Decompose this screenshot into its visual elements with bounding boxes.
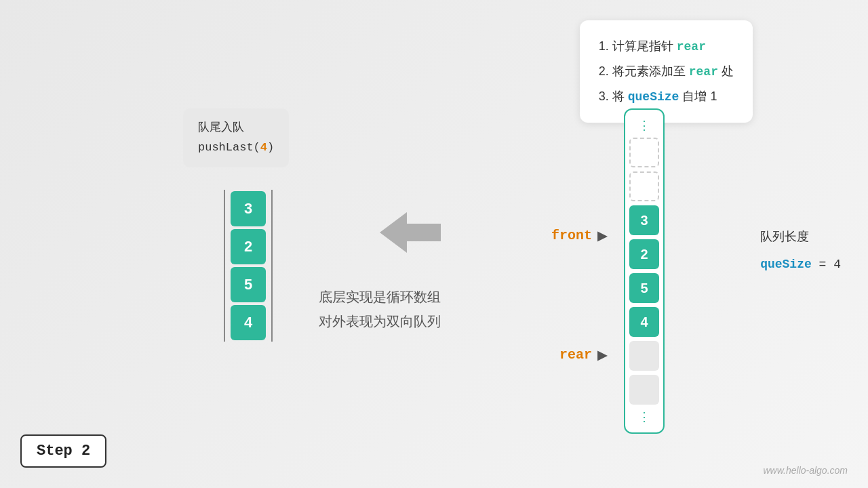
middle-line1: 底层实现是循环数组	[319, 285, 441, 309]
queue-info: 队列长度 queSize = 4	[760, 224, 841, 278]
svg-marker-0	[380, 212, 441, 253]
push-label-line1: 队尾入队	[198, 118, 274, 138]
push-label-box: 队尾入队 pushLast(4)	[183, 108, 289, 167]
array-cell-3: 3	[629, 205, 659, 235]
left-list: 3 2 5 4	[224, 190, 273, 342]
queue-label: 队列长度	[760, 224, 841, 251]
info-line-3: 3. 将 queSize 自增 1	[599, 84, 734, 109]
left-arrow-icon	[380, 209, 441, 256]
array-cell-2: 2	[629, 239, 659, 269]
info-line2-suffix: 处	[718, 64, 734, 78]
push-label-num: 4	[260, 141, 267, 154]
front-label: front ▶	[551, 228, 607, 243]
array-cell-empty-1	[629, 138, 659, 167]
quesize-eq: =	[812, 258, 833, 271]
info-box: 1. 计算尾指针 rear 2. 将元素添加至 rear 处 3. 将 queS…	[580, 20, 753, 123]
front-text: front	[551, 228, 592, 243]
info-line3-prefix: 3. 将	[599, 89, 628, 103]
rear-text: rear	[559, 347, 592, 363]
right-array: ⋮ 3 2 5 4 ⋮	[624, 108, 665, 434]
rear-arrow-icon: ▶	[597, 348, 607, 363]
info-line2-prefix: 2. 将元素添加至	[599, 64, 689, 78]
list-cell-2: 5	[231, 267, 266, 302]
push-label-prefix: pushLast(	[198, 141, 260, 154]
array-cell-5: 5	[629, 273, 659, 303]
push-label-line2: pushLast(4)	[198, 138, 274, 158]
info-line2-code: rear	[689, 65, 718, 79]
list-cell-3: 4	[231, 305, 266, 340]
info-line-1: 1. 计算尾指针 rear	[599, 34, 734, 59]
front-arrow-icon: ▶	[597, 228, 607, 243]
array-cell-solid-2	[629, 375, 659, 405]
push-label-suffix: )	[267, 141, 274, 154]
info-line1-code: rear	[677, 40, 706, 54]
info-line3-suffix: 自增 1	[679, 89, 717, 103]
quesize-code: queSize	[760, 258, 812, 271]
middle-text: 底层实现是循环数组 对外表现为双向队列	[319, 285, 441, 333]
main-container: 1. 计算尾指针 rear 2. 将元素添加至 rear 处 3. 将 queS…	[0, 0, 868, 488]
watermark: www.hello-algo.com	[764, 465, 848, 476]
info-line1-prefix: 1. 计算尾指针	[599, 39, 677, 53]
array-cell-empty-2	[629, 171, 659, 201]
rear-label: rear ▶	[559, 347, 607, 363]
queue-size-line: queSize = 4	[760, 251, 841, 279]
top-dots-icon: ⋮	[638, 118, 651, 133]
quesize-value: 4	[833, 258, 841, 271]
step-badge: Step 2	[20, 434, 106, 468]
list-cell-0: 3	[231, 191, 266, 226]
info-line3-code: queSize	[628, 90, 679, 104]
list-cell-1: 2	[231, 229, 266, 264]
array-cell-solid-1	[629, 341, 659, 371]
middle-line2: 对外表现为双向队列	[319, 309, 441, 333]
bottom-dots-icon: ⋮	[638, 409, 651, 424]
array-cell-4: 4	[629, 307, 659, 337]
info-line-2: 2. 将元素添加至 rear 处	[599, 59, 734, 84]
